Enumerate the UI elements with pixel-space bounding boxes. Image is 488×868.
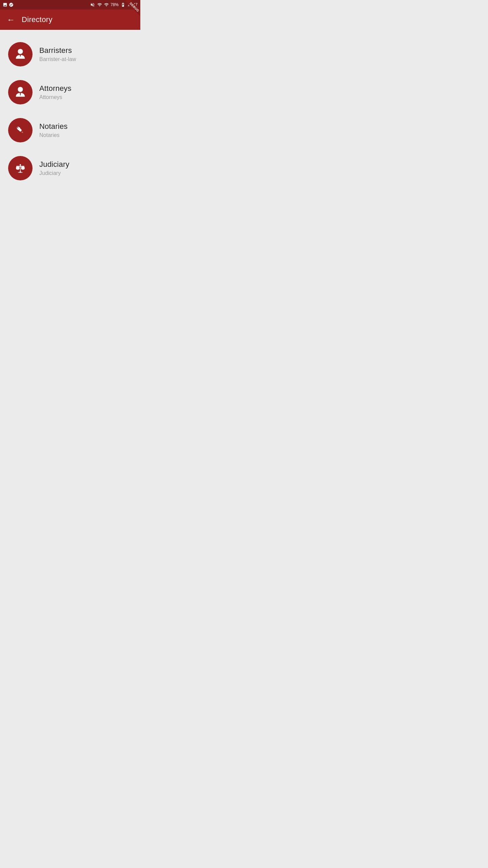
barristers-subtitle: Barrister-at-law [39,56,76,62]
attorneys-icon-circle [8,80,33,104]
notaries-subtitle: Notaries [39,132,68,138]
judiciary-icon-circle [8,156,33,180]
svg-rect-9 [18,172,22,173]
status-bar-left-icons [3,2,14,7]
notaries-text: Notaries Notaries [39,122,68,138]
debug-ribbon [120,0,140,20]
barrister-icon [14,47,27,61]
judiciary-icon [14,161,27,175]
barristers-title: Barristers [39,46,76,55]
directory-list: Barristers Barrister-at-law Attorneys At… [0,30,140,193]
judiciary-item[interactable]: Judiciary Judiciary [5,151,135,186]
barristers-text: Barristers Barrister-at-law [39,46,76,62]
svg-point-2 [18,87,23,92]
notary-icon [14,123,27,137]
status-bar: 78% 13:47 [0,0,140,9]
back-button[interactable]: ← [5,14,16,26]
judiciary-subtitle: Judiciary [39,170,69,176]
notaries-icon-circle [8,118,33,142]
svg-point-14 [20,164,21,165]
wifi-icon [97,2,102,7]
attorneys-subtitle: Attorneys [39,94,72,100]
barristers-icon-circle [8,42,33,66]
svg-rect-11 [16,166,24,166]
judiciary-title: Judiciary [39,160,69,169]
mute-icon [90,2,95,7]
svg-rect-10 [20,165,21,172]
attorneys-title: Attorneys [39,84,72,93]
svg-rect-1 [20,55,21,57]
attorney-icon [14,85,27,99]
barristers-item[interactable]: Barristers Barrister-at-law [5,37,135,72]
attorneys-item[interactable]: Attorneys Attorneys [5,75,135,110]
signal-icon [104,2,109,7]
svg-point-0 [18,49,23,54]
page-title: Directory [22,15,53,24]
attorneys-text: Attorneys Attorneys [39,84,72,100]
app-icon [9,2,14,7]
judiciary-text: Judiciary Judiciary [39,160,69,176]
notaries-title: Notaries [39,122,68,131]
notaries-item[interactable]: Notaries Notaries [5,113,135,148]
app-bar: ← Directory [0,9,140,30]
battery-percent: 78% [110,2,119,7]
gallery-icon [3,2,7,7]
